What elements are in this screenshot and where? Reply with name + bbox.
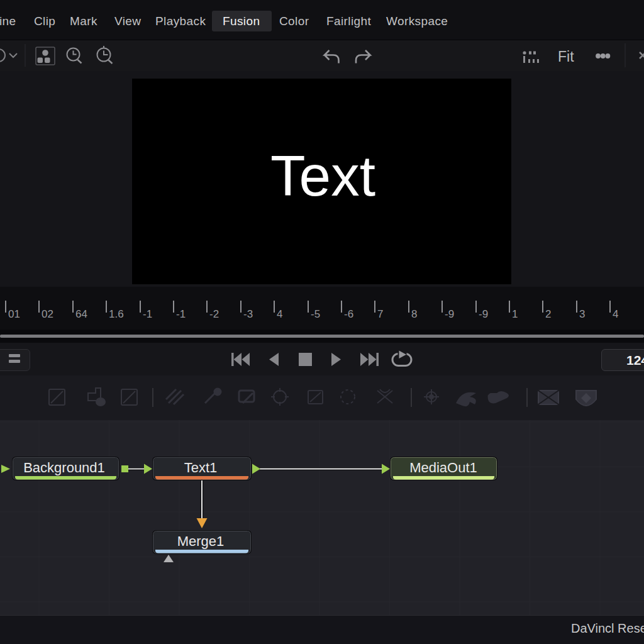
svg-text:Merge1: Merge1 (177, 533, 225, 549)
svg-text:02: 02 (42, 308, 53, 320)
svg-text:-5: -5 (311, 308, 320, 320)
svg-text:64: 64 (75, 308, 87, 320)
svg-text:01: 01 (8, 308, 20, 320)
svg-text:-9: -9 (445, 308, 454, 320)
svg-text:1.6: 1.6 (109, 308, 124, 320)
svg-text:4: 4 (277, 308, 282, 320)
svg-text:8: 8 (411, 308, 417, 320)
svg-text:Background1: Background1 (23, 460, 105, 475)
svg-text:-2: -2 (209, 308, 219, 320)
svg-text:Text1: Text1 (184, 460, 218, 475)
svg-text:1: 1 (512, 308, 518, 320)
svg-text:7: 7 (377, 308, 383, 320)
svg-text:-9: -9 (479, 308, 488, 320)
svg-text:MediaOut1: MediaOut1 (409, 460, 477, 475)
svg-text:-6: -6 (344, 308, 353, 320)
svg-text:3: 3 (579, 308, 585, 320)
svg-text:-1: -1 (176, 308, 186, 320)
svg-text:-1: -1 (143, 308, 152, 320)
svg-text:2: 2 (545, 308, 551, 320)
svg-text:4: 4 (613, 308, 618, 320)
svg-text:-3: -3 (243, 308, 253, 320)
